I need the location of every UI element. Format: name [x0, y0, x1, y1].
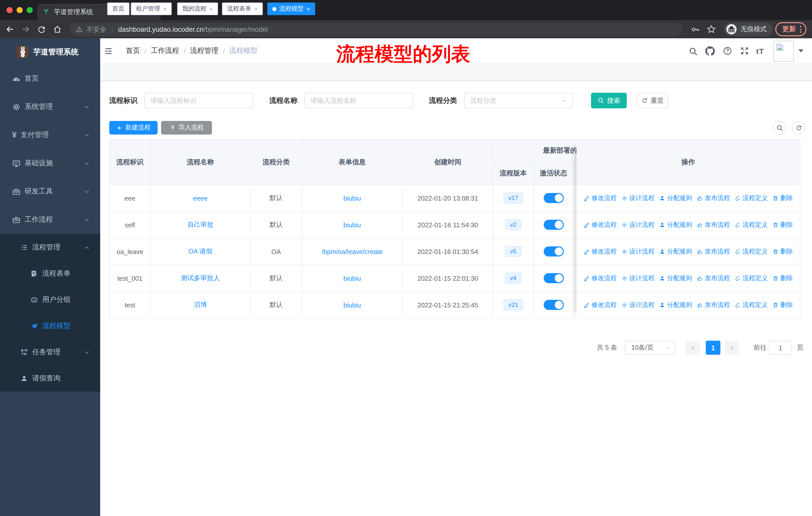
form-link[interactable]: biubiu	[343, 274, 361, 282]
forward-button[interactable]	[21, 25, 30, 34]
breadcrumb-process-mgmt[interactable]: 流程管理	[190, 46, 219, 55]
form-link[interactable]: /bpm/oa/leave/create	[322, 248, 383, 255]
assign-rule-link[interactable]: 分配规则	[659, 274, 692, 282]
delete-link[interactable]: 删除	[772, 194, 793, 202]
publish-process-link[interactable]: 发布流程	[697, 274, 730, 282]
sidebar-item-process-model[interactable]: 流程模型	[0, 313, 100, 339]
kebab-menu-icon[interactable]	[800, 26, 802, 33]
modify-process-link[interactable]: 修改流程	[583, 301, 617, 309]
close-icon[interactable]: ×	[254, 5, 258, 12]
active-toggle[interactable]	[544, 246, 563, 256]
sidebar-item-process-mgmt[interactable]: 流程管理	[0, 234, 100, 261]
assign-rule-link[interactable]: 分配规则	[659, 301, 692, 309]
create-process-button[interactable]: 新建流程	[109, 121, 157, 135]
table-search-toggle-button[interactable]	[773, 121, 786, 135]
form-link[interactable]: biubiu	[343, 221, 361, 228]
next-page-button[interactable]	[725, 341, 739, 355]
assign-rule-link[interactable]: 分配规则	[659, 194, 692, 202]
github-link[interactable]	[705, 46, 715, 56]
form-link[interactable]: biubiu	[343, 301, 361, 309]
address-bar[interactable]: 不安全 | dashboard.yudao.iocoder.cn/bpm/man…	[69, 23, 683, 36]
version-tag[interactable]: v5	[505, 246, 521, 257]
delete-link[interactable]: 删除	[772, 274, 793, 282]
sidebar-item-process-form[interactable]: 流程表单	[0, 261, 100, 287]
modify-process-link[interactable]: 修改流程	[583, 194, 617, 202]
modify-process-link[interactable]: 修改流程	[583, 274, 617, 282]
process-key-input[interactable]	[144, 93, 253, 108]
delete-link[interactable]: 删除	[772, 247, 793, 256]
modify-process-link[interactable]: 修改流程	[583, 247, 617, 256]
design-process-link[interactable]: 设计流程	[621, 194, 655, 202]
process-definition-link[interactable]: 流程定义	[734, 301, 768, 309]
tag-process-model-active[interactable]: 流程模型×	[267, 2, 315, 15]
design-process-link[interactable]: 设计流程	[621, 247, 655, 256]
import-process-button[interactable]: 导入流程	[161, 121, 212, 135]
fullscreen-button[interactable]	[740, 46, 749, 55]
close-icon[interactable]: ×	[163, 5, 167, 12]
version-tag[interactable]: v4	[505, 273, 521, 284]
close-icon[interactable]: ×	[209, 5, 213, 12]
sidebar-item-devtools[interactable]: 研发工具	[0, 178, 100, 206]
prev-page-button[interactable]	[686, 341, 700, 355]
bookmark-star-button[interactable]	[706, 24, 716, 34]
sidebar-logo[interactable]: 芋道管理系统	[0, 38, 100, 60]
not-secure-label[interactable]: 不安全	[87, 25, 106, 34]
delete-link[interactable]: 删除	[772, 301, 793, 309]
help-button[interactable]	[723, 46, 732, 55]
delete-link[interactable]: 删除	[772, 220, 793, 229]
tag-tenant[interactable]: 租户管理×	[131, 2, 172, 15]
reset-button[interactable]: 重置	[637, 93, 668, 108]
table-refresh-button[interactable]	[792, 121, 806, 135]
breadcrumb-home[interactable]: 首页	[126, 46, 140, 55]
process-definition-link[interactable]: 流程定义	[734, 194, 768, 202]
active-toggle[interactable]	[544, 193, 563, 203]
category-select[interactable]: 流程分类	[464, 93, 573, 108]
window-minimize-button[interactable]	[17, 7, 23, 13]
process-definition-link[interactable]: 流程定义	[734, 247, 768, 256]
version-tag[interactable]: v17	[503, 192, 523, 203]
back-button[interactable]	[5, 25, 14, 34]
process-name-link[interactable]: 测试多审批人	[181, 274, 220, 283]
tag-my-process[interactable]: 我的流程×	[177, 2, 218, 15]
process-name-link[interactable]: 自己审批	[187, 220, 213, 229]
design-process-link[interactable]: 设计流程	[621, 220, 655, 229]
publish-process-link[interactable]: 发布流程	[697, 247, 730, 256]
sidebar-item-payment[interactable]: ¥ 支付管理	[0, 121, 100, 149]
breadcrumb-workflow[interactable]: 工作流程	[151, 46, 179, 55]
home-button[interactable]	[53, 25, 62, 34]
tag-home[interactable]: 首页	[107, 2, 129, 15]
sidebar-item-leave-query[interactable]: 请假查询	[0, 365, 100, 391]
sidebar-collapse-button[interactable]	[104, 46, 113, 56]
publish-process-link[interactable]: 发布流程	[697, 301, 730, 309]
assign-rule-link[interactable]: 分配规则	[659, 220, 692, 229]
process-definition-link[interactable]: 流程定义	[734, 220, 768, 229]
reload-button[interactable]	[37, 25, 46, 33]
close-icon[interactable]: ×	[307, 5, 310, 12]
publish-process-link[interactable]: 发布流程	[697, 220, 730, 229]
avatar-caret-down-icon[interactable]	[799, 49, 804, 52]
sidebar-item-home[interactable]: 首页	[0, 64, 100, 93]
sidebar-item-infra[interactable]: 基础设施	[0, 149, 100, 178]
window-close-button[interactable]	[6, 7, 12, 13]
assign-rule-link[interactable]: 分配规则	[659, 247, 692, 256]
header-search-button[interactable]	[689, 47, 698, 56]
version-tag[interactable]: v21	[503, 299, 523, 310]
process-name-link[interactable]: OA 请假	[188, 247, 212, 256]
form-link[interactable]: biubiu	[343, 194, 361, 202]
update-label[interactable]: 更新	[782, 25, 796, 34]
process-definition-link[interactable]: 流程定义	[734, 274, 768, 282]
sidebar-item-workflow[interactable]: 工作流程	[0, 206, 100, 234]
version-tag[interactable]: v2	[505, 219, 521, 230]
process-name-link[interactable]: 滔博	[194, 300, 207, 309]
tag-process-form[interactable]: 流程表单×	[222, 2, 263, 15]
process-name-input[interactable]	[304, 93, 413, 108]
sidebar-item-system[interactable]: 系统管理	[0, 93, 100, 121]
page-size-select[interactable]: 10条/页	[625, 341, 675, 355]
publish-process-link[interactable]: 发布流程	[697, 194, 730, 202]
process-name-link[interactable]: eeee	[193, 194, 208, 202]
goto-page-input[interactable]	[769, 341, 792, 355]
password-key-button[interactable]	[691, 25, 700, 34]
modify-process-link[interactable]: 修改流程	[583, 220, 617, 229]
active-toggle[interactable]	[544, 220, 563, 230]
active-toggle[interactable]	[544, 273, 563, 283]
